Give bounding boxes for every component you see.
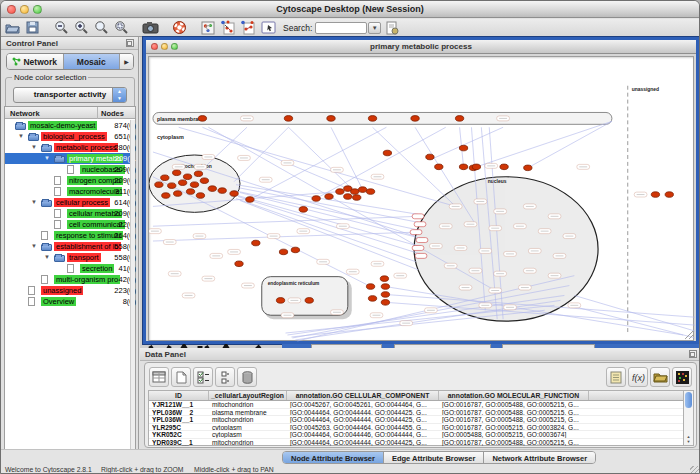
network-node[interactable] [358,187,366,193]
network-node[interactable] [455,116,463,122]
network-node[interactable] [186,189,194,195]
tree-row[interactable]: nucleobase-209(0) [5,164,135,175]
network-node[interactable] [246,197,254,203]
tree-row[interactable]: response to stimulu264(0) [5,230,135,241]
network-node[interactable] [353,195,361,201]
network-node[interactable] [190,182,198,188]
network-node[interactable] [196,193,204,199]
table-scroll-thumb[interactable] [685,392,692,408]
node-color-dropdown[interactable]: transporter activity ▲▼ [13,87,127,103]
table-cell[interactable]: [GO:0016787, GO:0005488, GO:0005215, G..… [439,439,589,446]
table-cell[interactable]: mitochondrion [209,416,287,423]
table-row[interactable]: YPL036W__1mitochondrion[GO:0044464, GO:0… [149,416,684,424]
attribute-notes-icon[interactable] [606,367,626,387]
network-node[interactable] [299,207,307,213]
tab-network[interactable]: Network [7,54,64,69]
attribute-matrix-icon[interactable] [672,367,692,387]
network-node[interactable] [411,116,419,122]
network-node[interactable] [279,249,287,255]
network-node[interactable] [368,116,376,122]
col-header-id[interactable]: ID [149,391,209,400]
select-attributes-icon[interactable] [193,367,213,387]
network-node[interactable] [336,189,344,195]
tree-row[interactable]: nitrogen compo209(0) [5,175,135,186]
table-row[interactable]: YDR039C__1mitochondrion[GO:0044464, GO:0… [149,439,684,447]
tab-mosaic[interactable]: Mosaic [64,54,121,69]
table-scrollbar[interactable]: ▲▼ [683,390,694,446]
attribute-table-icon[interactable] [149,367,169,387]
network-node[interactable] [174,191,182,197]
tree-row[interactable]: ▼establishment of lo558(0) [5,241,135,252]
table-cell[interactable]: [GO:0005488, GO:0005215, GO:0003674] [439,431,589,438]
zoom-in-icon[interactable] [72,20,90,36]
canvas-resize-grip[interactable] [685,331,693,339]
network-node[interactable] [183,174,191,180]
col-header-cellular-component[interactable]: annotation.GO CELLULAR_COMPONENT [287,391,439,400]
table-cell[interactable]: plasma membrane [209,409,287,416]
annotation-icon[interactable] [259,20,277,36]
help-icon[interactable] [170,20,188,36]
table-cell[interactable]: [GO:0044464, GO:0044444, GO:0044425, G..… [287,409,439,416]
table-cell[interactable]: [GO:0016787, GO:0005488, GO:0005215, G..… [439,401,589,408]
network-node[interactable] [200,178,208,184]
table-cell[interactable]: [GO:0016787, GO:0005488, GO:0005215, G..… [439,416,589,423]
network-node[interactable] [305,298,313,304]
search-dropdown-button[interactable]: ▼ [368,22,381,34]
table-cell[interactable]: YKR052C [149,431,209,438]
col-header-molecular-function[interactable]: annotation.GO MOLECULAR_FUNCTION [439,391,589,400]
float-data-panel-icon[interactable] [689,350,697,358]
table-cell[interactable]: [GO:0045263, GO:0044464, GO:0044455, G..… [287,424,439,431]
new-attribute-icon[interactable] [171,367,191,387]
float-panel-icon[interactable] [126,39,134,47]
tree-row[interactable]: ▼cellular process614(0) [5,197,135,208]
network-node[interactable] [368,296,376,302]
network-node[interactable] [383,150,391,156]
tree-row[interactable]: ▼primary metabo209(... [5,153,135,164]
network-node[interactable] [178,180,186,186]
expand-arrow-icon[interactable]: ▼ [18,133,24,139]
network-node[interactable] [291,247,299,253]
import-attributes-icon[interactable] [650,367,670,387]
network-node[interactable] [218,188,226,194]
zoom-fit-icon[interactable] [92,20,110,36]
table-cell[interactable]: [GO:0016787, GO:0005215, GO:0003824, G..… [439,424,589,431]
table-row[interactable]: YKR052Ccytoplasm[GO:0044464, GO:0044446,… [149,431,684,439]
tab-edge-attribute-browser[interactable]: Edge Attribute Browser [384,452,484,463]
network-node[interactable] [327,116,335,122]
network-node[interactable] [366,284,374,290]
network-node[interactable] [380,276,388,282]
table-row[interactable]: YPL036W__2plasma membrane[GO:0044464, GO… [149,409,684,417]
network-node[interactable] [162,193,170,199]
table-cell[interactable]: mitochondrion [209,401,287,408]
tree-row[interactable]: unassigned223(0) [5,285,135,296]
network-node[interactable] [325,194,333,200]
tab-network-attribute-browser[interactable]: Network Attribute Browser [484,452,595,463]
expand-arrow-icon[interactable]: ▼ [44,254,50,260]
network-node[interactable] [651,192,659,198]
tree-row[interactable]: macromolecule311(0) [5,186,135,197]
tree-row[interactable]: cell communicat22(0) [5,219,135,230]
expand-arrow-icon[interactable]: ▼ [31,243,37,249]
network-node[interactable] [312,196,320,202]
table-cell[interactable]: [GO:0045267, GO:0045261, GO:0044464, G..… [287,401,439,408]
tree-row[interactable]: multi-organism pro42(0) [5,274,135,285]
network-node[interactable] [235,261,243,267]
network-node[interactable] [230,191,238,197]
layout-nodes-icon[interactable] [219,20,237,36]
table-cell[interactable]: YLR295C [149,424,209,431]
network-node[interactable] [168,183,176,189]
network-node[interactable] [426,154,434,160]
tree-row[interactable]: ▼transport558(0) [5,252,135,263]
network-node[interactable] [435,164,443,170]
network-node[interactable] [344,194,352,200]
network-node[interactable] [472,164,480,170]
network-canvas[interactable]: plasma membrane cytoplasm mitochondrion … [148,56,694,341]
table-cell[interactable]: cytoplasm [209,431,287,438]
table-cell[interactable]: [GO:0016787, GO:0005488, GO:0005215, G..… [439,409,589,416]
table-cell[interactable]: YDR039C__1 [149,439,209,446]
expand-arrow-icon[interactable]: ▼ [31,199,37,205]
unselect-attributes-icon[interactable] [215,367,235,387]
table-cell[interactable]: YJR121W__1 [149,401,209,408]
table-row[interactable]: YLR295Ccytoplasm[GO:0045263, GO:0044464,… [149,424,684,432]
tree-row[interactable]: Overview8(0) [5,296,135,307]
